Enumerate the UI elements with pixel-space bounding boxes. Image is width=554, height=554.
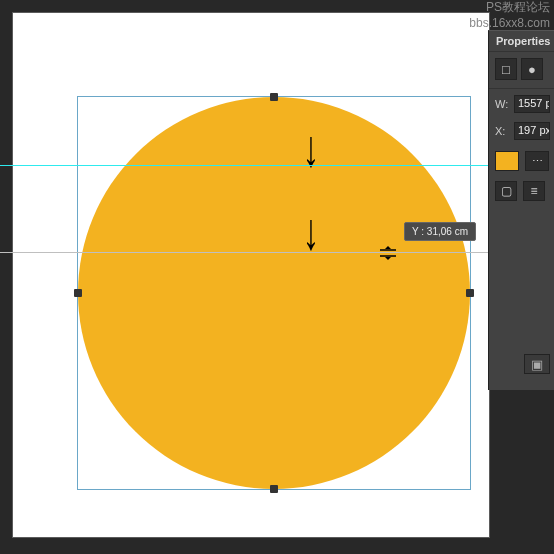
width-input[interactable]: 1557 px — [514, 95, 550, 113]
panel-title: Properties — [489, 31, 554, 52]
canvas[interactable]: ↓ ↓ — [12, 12, 490, 538]
workspace: ↓ ↓ Y : 31,06 cm Properties □ ● W: 1557 … — [0, 0, 554, 554]
properties-panel: Properties □ ● W: 1557 px X: 197 px ⋯ ▢ — [488, 30, 554, 390]
annotation-arrow-down-icon: ↓ — [303, 118, 320, 178]
rectangle-icon: □ — [502, 62, 510, 77]
width-label: W: — [495, 98, 510, 110]
stroke-icon: ⋯ — [532, 155, 543, 168]
align-icon: ≡ — [530, 184, 537, 198]
x-label: X: — [495, 125, 510, 137]
ellipse-shape[interactable] — [78, 97, 470, 489]
stroke-style-button[interactable]: ⋯ — [525, 151, 549, 171]
horizontal-guide-dragging[interactable] — [0, 252, 554, 253]
path-operations-button[interactable]: ▢ — [495, 181, 517, 201]
layers-icon: ▣ — [531, 357, 543, 372]
tooltip-label: Y : — [412, 226, 424, 237]
path-ops-icon: ▢ — [501, 184, 512, 198]
x-input[interactable]: 197 px — [514, 122, 550, 140]
guide-position-tooltip: Y : 31,06 cm — [404, 222, 476, 241]
mask-properties-button[interactable]: ● — [521, 58, 543, 80]
layers-tab-button[interactable]: ▣ — [524, 354, 550, 374]
path-align-button[interactable]: ≡ — [523, 181, 545, 201]
circle-icon: ● — [528, 62, 536, 77]
live-shape-properties-button[interactable]: □ — [495, 58, 517, 80]
horizontal-guide[interactable] — [0, 165, 554, 166]
fill-color-swatch[interactable] — [495, 151, 519, 171]
tooltip-value: 31,06 cm — [427, 226, 468, 237]
